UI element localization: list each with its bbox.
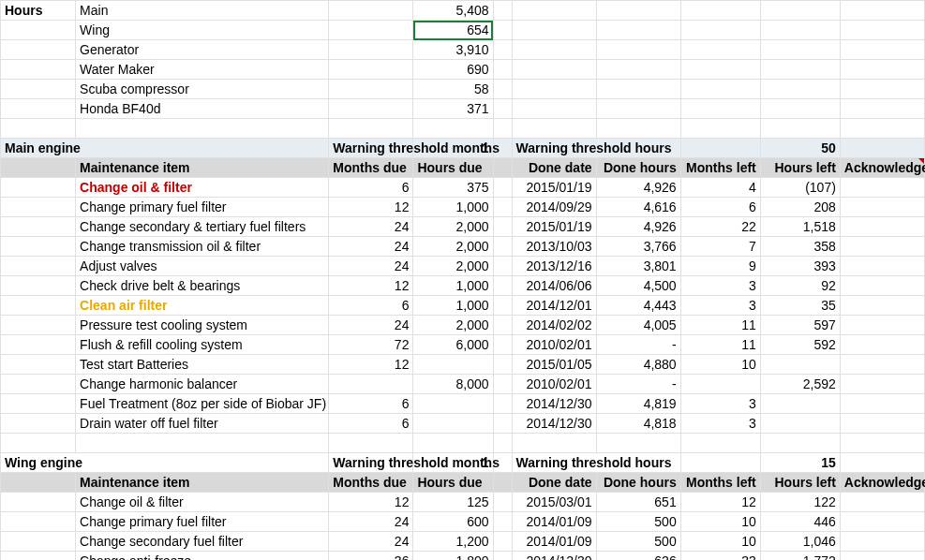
months-due[interactable]: 24 — [329, 512, 413, 532]
hours-due[interactable]: 1,000 — [413, 296, 493, 316]
months-due[interactable]: 36 — [329, 552, 413, 561]
months-due[interactable]: 6 — [329, 296, 413, 316]
done-hours[interactable]: 4,819 — [596, 394, 680, 414]
hours-item-value[interactable]: 5,408 — [413, 1, 493, 21]
done-hours[interactable]: 651 — [596, 493, 680, 512]
months-due[interactable]: 24 — [329, 316, 413, 335]
hours-due[interactable]: 2,000 — [413, 217, 493, 237]
done-date[interactable]: 2014/06/06 — [512, 276, 596, 296]
done-hours[interactable]: 4,500 — [596, 276, 680, 296]
done-hours[interactable]: 500 — [596, 532, 680, 552]
done-hours[interactable]: - — [596, 375, 680, 394]
hours-due[interactable]: 2,000 — [413, 257, 493, 276]
hours-due[interactable] — [413, 394, 493, 414]
done-date[interactable]: 2014/09/29 — [512, 198, 596, 217]
hours-left[interactable] — [760, 414, 840, 434]
months-left[interactable]: 3 — [680, 414, 760, 434]
done-date[interactable]: 2014/01/09 — [512, 532, 596, 552]
hours-left[interactable]: 92 — [760, 276, 840, 296]
hours-due[interactable]: 375 — [413, 178, 493, 198]
done-date[interactable]: 2014/12/30 — [512, 414, 596, 434]
hours-due[interactable]: 1,000 — [413, 276, 493, 296]
acknowledge-cell[interactable] — [840, 276, 924, 296]
hours-left[interactable]: 208 — [760, 198, 840, 217]
maint-item[interactable]: Drain water off fuel filter — [76, 414, 329, 434]
hours-due[interactable]: 1,800 — [413, 552, 493, 561]
done-hours[interactable]: 4,926 — [596, 178, 680, 198]
maint-item[interactable]: Clean air filter — [76, 296, 329, 316]
acknowledge-cell[interactable] — [840, 335, 924, 355]
months-due[interactable]: 24 — [329, 257, 413, 276]
months-left[interactable]: 22 — [680, 217, 760, 237]
maint-item[interactable]: Change oil & filter — [76, 178, 329, 198]
acknowledge-cell[interactable] — [840, 237, 924, 257]
acknowledge-cell[interactable] — [840, 178, 924, 198]
spreadsheet-grid[interactable]: HoursMain5,408Wing654Generator3,910Water… — [0, 0, 925, 560]
done-date[interactable]: 2014/12/30 — [512, 394, 596, 414]
months-due[interactable]: 6 — [329, 414, 413, 434]
acknowledge-cell[interactable] — [840, 394, 924, 414]
acknowledge-cell[interactable] — [840, 198, 924, 217]
maint-item[interactable]: Pressure test cooling system — [76, 316, 329, 335]
done-date[interactable]: 2014/01/09 — [512, 512, 596, 532]
hours-left[interactable]: 393 — [760, 257, 840, 276]
acknowledge-cell[interactable] — [840, 217, 924, 237]
hours-left[interactable]: 1,046 — [760, 532, 840, 552]
maint-item[interactable]: Change secondary fuel filter — [76, 532, 329, 552]
done-hours[interactable]: - — [596, 335, 680, 355]
hours-left[interactable]: 1,518 — [760, 217, 840, 237]
months-left[interactable]: 12 — [680, 493, 760, 512]
months-left[interactable]: 3 — [680, 394, 760, 414]
hours-item-value[interactable]: 371 — [413, 99, 493, 119]
months-left[interactable]: 10 — [680, 532, 760, 552]
hours-due[interactable]: 600 — [413, 512, 493, 532]
months-due[interactable]: 12 — [329, 355, 413, 375]
maint-item[interactable]: Change anti-freeze — [76, 552, 329, 561]
hours-left[interactable] — [760, 394, 840, 414]
acknowledge-cell[interactable] — [840, 493, 924, 512]
months-left[interactable]: 33 — [680, 552, 760, 561]
done-hours[interactable]: 500 — [596, 512, 680, 532]
acknowledge-cell[interactable] — [840, 257, 924, 276]
hours-left[interactable]: 446 — [760, 512, 840, 532]
maint-item[interactable]: Fuel Treatment (8oz per side of Biobar J… — [76, 394, 329, 414]
done-hours[interactable]: 4,005 — [596, 316, 680, 335]
hours-item-value[interactable]: 58 — [413, 80, 493, 99]
hours-due[interactable]: 1,000 — [413, 198, 493, 217]
done-date[interactable]: 2014/02/02 — [512, 316, 596, 335]
months-due[interactable]: 72 — [329, 335, 413, 355]
hours-due[interactable] — [413, 355, 493, 375]
hours-left[interactable] — [760, 355, 840, 375]
acknowledge-cell[interactable] — [840, 532, 924, 552]
done-date[interactable]: 2014/12/30 — [512, 552, 596, 561]
done-hours[interactable]: 4,616 — [596, 198, 680, 217]
months-left[interactable]: 6 — [680, 198, 760, 217]
acknowledge-cell[interactable] — [840, 296, 924, 316]
hours-left[interactable]: 35 — [760, 296, 840, 316]
maint-item[interactable]: Change secondary & tertiary fuel filters — [76, 217, 329, 237]
hours-left[interactable]: 358 — [760, 237, 840, 257]
done-date[interactable]: 2010/02/01 — [512, 375, 596, 394]
hours-due[interactable] — [413, 414, 493, 434]
hours-left[interactable]: 597 — [760, 316, 840, 335]
hours-item-value[interactable]: 654 — [413, 21, 493, 40]
hours-due[interactable]: 8,000 — [413, 375, 493, 394]
months-left[interactable]: 3 — [680, 276, 760, 296]
maint-item[interactable]: Test start Batteries — [76, 355, 329, 375]
hours-due[interactable]: 125 — [413, 493, 493, 512]
done-date[interactable]: 2013/12/16 — [512, 257, 596, 276]
hours-left[interactable]: (107) — [760, 178, 840, 198]
done-hours[interactable]: 4,926 — [596, 217, 680, 237]
done-date[interactable]: 2015/03/01 — [512, 493, 596, 512]
hours-left[interactable]: 122 — [760, 493, 840, 512]
months-left[interactable]: 11 — [680, 316, 760, 335]
hours-item-value[interactable]: 3,910 — [413, 40, 493, 60]
maint-item[interactable]: Check drive belt & bearings — [76, 276, 329, 296]
months-due[interactable]: 12 — [329, 493, 413, 512]
months-left[interactable]: 3 — [680, 296, 760, 316]
hours-due[interactable]: 1,200 — [413, 532, 493, 552]
months-due[interactable]: 24 — [329, 237, 413, 257]
maint-item[interactable]: Change primary fuel filter — [76, 198, 329, 217]
done-hours[interactable]: 4,443 — [596, 296, 680, 316]
maint-item[interactable]: Adjust valves — [76, 257, 329, 276]
